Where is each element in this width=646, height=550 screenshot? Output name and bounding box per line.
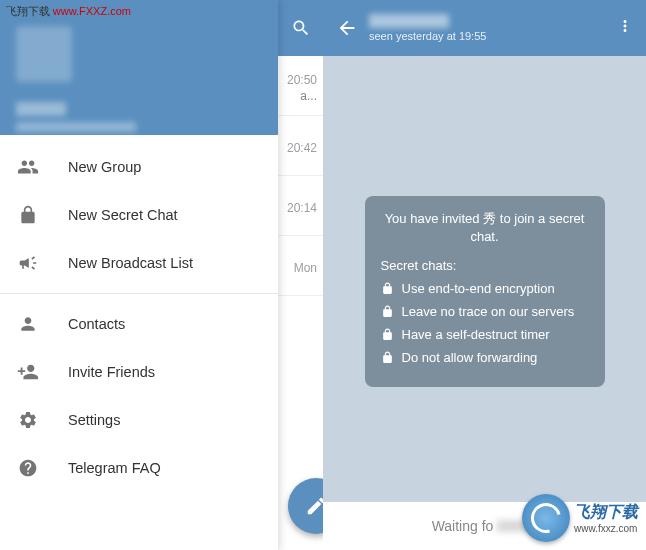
menu-label: Telegram FAQ <box>68 460 161 476</box>
lock-icon <box>381 351 394 364</box>
chat-title-area[interactable]: seen yesterday at 19:55 <box>361 14 616 42</box>
more-button[interactable] <box>616 17 636 39</box>
person-icon <box>16 312 40 336</box>
group-icon <box>16 155 40 179</box>
menu-settings[interactable]: Settings <box>0 396 278 444</box>
menu-label: Invite Friends <box>68 364 155 380</box>
feature-item: Use end-to-end encryption <box>381 281 589 296</box>
menu-label: Contacts <box>68 316 125 332</box>
menu-invite-friends[interactable]: Invite Friends <box>0 348 278 396</box>
secret-features: Use end-to-end encryption Leave no trace… <box>381 281 589 365</box>
chat-header: seen yesterday at 19:55 <box>323 0 646 56</box>
help-icon <box>16 456 40 480</box>
menu-label: Settings <box>68 412 120 428</box>
watermark-top: 飞翔下载 www.FXXZ.com <box>6 4 131 19</box>
logo-icon <box>522 494 570 542</box>
secret-chat-info: You have invited 秀 to join a secret chat… <box>365 196 605 387</box>
chat-list-strip: 20:50a... 20:42 20:14 Mon <box>278 0 323 550</box>
menu-new-secret-chat[interactable]: New Secret Chat <box>0 191 278 239</box>
menu-contacts[interactable]: Contacts <box>0 300 278 348</box>
secret-subtitle: Secret chats: <box>381 258 589 273</box>
more-vert-icon <box>616 17 634 35</box>
search-icon <box>291 18 311 38</box>
chat-body: You have invited 秀 to join a secret chat… <box>323 56 646 502</box>
menu-label: New Broadcast List <box>68 255 193 271</box>
menu-label: New Secret Chat <box>68 207 178 223</box>
waiting-label: Waiting fo <box>432 518 494 534</box>
lock-icon <box>381 305 394 318</box>
menu-new-broadcast[interactable]: New Broadcast List <box>0 239 278 287</box>
chat-list-item[interactable]: 20:50a... <box>278 56 323 116</box>
menu-label: New Group <box>68 159 141 175</box>
drawer-header <box>0 0 278 135</box>
secret-chat-panel: seen yesterday at 19:55 You have invited… <box>323 0 646 550</box>
megaphone-icon <box>16 251 40 275</box>
drawer-menu: New Group New Secret Chat New Broadcast … <box>0 135 278 500</box>
lock-icon <box>16 203 40 227</box>
user-name <box>16 102 66 116</box>
last-seen-label: seen yesterday at 19:55 <box>369 30 616 42</box>
lock-icon <box>381 328 394 341</box>
lock-icon <box>381 282 394 295</box>
invite-message: You have invited 秀 to join a secret chat… <box>381 210 589 246</box>
watermark-corner: 飞翔下载 www.fxxz.com <box>522 494 638 542</box>
back-button[interactable] <box>333 17 361 39</box>
gear-icon <box>16 408 40 432</box>
menu-faq[interactable]: Telegram FAQ <box>0 444 278 492</box>
chat-list-item[interactable]: Mon <box>278 236 323 296</box>
menu-divider <box>0 293 278 294</box>
user-avatar[interactable] <box>16 26 72 82</box>
chat-contact-name <box>369 14 449 28</box>
feature-item: Leave no trace on our servers <box>381 304 589 319</box>
arrow-left-icon <box>336 17 358 39</box>
menu-new-group[interactable]: New Group <box>0 143 278 191</box>
user-phone <box>16 122 136 132</box>
chat-list-item[interactable]: 20:42 <box>278 116 323 176</box>
person-add-icon <box>16 360 40 384</box>
feature-item: Do not allow forwarding <box>381 350 589 365</box>
chat-list-item[interactable]: 20:14 <box>278 176 323 236</box>
feature-item: Have a self-destruct timer <box>381 327 589 342</box>
navigation-drawer: New Group New Secret Chat New Broadcast … <box>0 0 278 550</box>
search-bar[interactable] <box>278 0 323 56</box>
